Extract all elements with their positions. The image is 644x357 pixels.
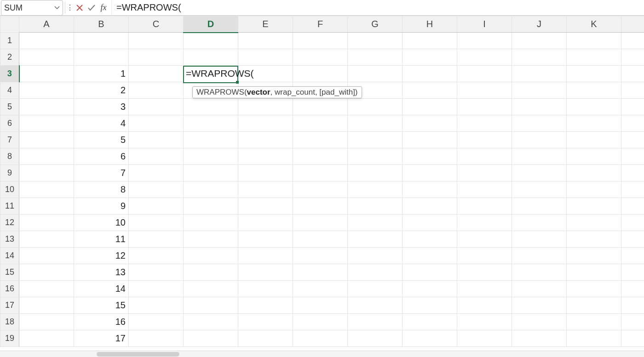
cell-C10[interactable] [129,181,184,198]
cell-C7[interactable] [129,132,184,148]
cell-C15[interactable] [129,264,184,281]
cell-J9[interactable] [512,165,567,181]
cell-J2[interactable] [512,49,567,66]
cell-F2[interactable] [293,49,348,66]
cell-F12[interactable] [293,215,348,231]
row-header-9[interactable]: 9 [0,165,19,181]
cell-E7[interactable] [238,132,293,148]
column-header-G[interactable]: G [348,16,402,33]
cell-G7[interactable] [348,132,402,148]
cell-partial-3[interactable] [621,66,644,82]
cell-G17[interactable] [348,297,402,314]
column-header-F[interactable]: F [293,16,348,33]
column-header-D[interactable]: D [184,16,238,33]
cell-F8[interactable] [293,148,348,165]
cell-A18[interactable] [19,314,74,330]
cell-E14[interactable] [238,248,293,264]
cell-B11[interactable]: 9 [74,198,129,215]
cell-E2[interactable] [238,49,293,66]
cell-B13[interactable]: 11 [74,231,129,248]
cell-C3[interactable] [129,66,184,82]
cell-K9[interactable] [567,165,621,181]
accept-button[interactable] [86,0,98,15]
name-box[interactable]: SUM [1,0,63,16]
cell-H9[interactable] [402,165,457,181]
cell-J17[interactable] [512,297,567,314]
cell-D10[interactable] [184,181,238,198]
cell-D15[interactable] [184,264,238,281]
cell-B6[interactable]: 4 [74,115,129,132]
horizontal-scrollbar[interactable] [0,351,644,357]
cell-partial-19[interactable] [621,330,644,347]
formula-input[interactable]: =WRAPROWS( [111,0,644,15]
cell-A6[interactable] [19,115,74,132]
cell-H7[interactable] [402,132,457,148]
cell-I14[interactable] [457,248,512,264]
cell-A12[interactable] [19,215,74,231]
cell-F18[interactable] [293,314,348,330]
cell-A8[interactable] [19,148,74,165]
cell-I8[interactable] [457,148,512,165]
spreadsheet-grid[interactable]: ABCDEFGHIJK 1231425364758697108119121013… [0,16,644,351]
cell-partial-10[interactable] [621,181,644,198]
cell-C14[interactable] [129,248,184,264]
cell-K3[interactable] [567,66,621,82]
cell-A7[interactable] [19,132,74,148]
cell-F11[interactable] [293,198,348,215]
cell-J3[interactable] [512,66,567,82]
cell-G1[interactable] [348,33,402,49]
cell-E10[interactable] [238,181,293,198]
cell-F16[interactable] [293,281,348,297]
cell-G15[interactable] [348,264,402,281]
cell-G11[interactable] [348,198,402,215]
cell-partial-6[interactable] [621,115,644,132]
row-header-11[interactable]: 11 [0,198,19,215]
cell-A3[interactable] [19,66,74,82]
cell-H17[interactable] [402,297,457,314]
column-header-J[interactable]: J [512,16,567,33]
cell-partial-13[interactable] [621,231,644,248]
active-cell-editor[interactable]: =WRAPROWS( [183,66,238,83]
cell-B18[interactable]: 16 [74,314,129,330]
cell-A13[interactable] [19,231,74,248]
column-header-B[interactable]: B [74,16,129,33]
cell-J18[interactable] [512,314,567,330]
cell-C17[interactable] [129,297,184,314]
cell-I16[interactable] [457,281,512,297]
cell-A9[interactable] [19,165,74,181]
cell-partial-5[interactable] [621,99,644,115]
cell-F9[interactable] [293,165,348,181]
cell-A14[interactable] [19,248,74,264]
cell-C11[interactable] [129,198,184,215]
row-header-12[interactable]: 12 [0,215,19,231]
cell-A17[interactable] [19,297,74,314]
cell-I17[interactable] [457,297,512,314]
row-header-6[interactable]: 6 [0,115,19,132]
cell-J12[interactable] [512,215,567,231]
cell-H6[interactable] [402,115,457,132]
cell-G19[interactable] [348,330,402,347]
cell-C1[interactable] [129,33,184,49]
cell-I4[interactable] [457,82,512,99]
cell-K14[interactable] [567,248,621,264]
cell-G13[interactable] [348,231,402,248]
cell-partial-9[interactable] [621,165,644,181]
row-header-19[interactable]: 19 [0,330,19,347]
cell-D5[interactable] [184,99,238,115]
cell-K15[interactable] [567,264,621,281]
cell-J10[interactable] [512,181,567,198]
more-icon[interactable]: ⋮ [66,0,74,15]
cell-K18[interactable] [567,314,621,330]
row-header-7[interactable]: 7 [0,132,19,148]
cell-D2[interactable] [184,49,238,66]
scrollbar-thumb[interactable] [97,352,179,357]
cancel-button[interactable] [74,0,86,15]
cell-B7[interactable]: 5 [74,132,129,148]
cell-H8[interactable] [402,148,457,165]
cell-D17[interactable] [184,297,238,314]
cell-C8[interactable] [129,148,184,165]
cell-I15[interactable] [457,264,512,281]
cell-J4[interactable] [512,82,567,99]
cell-I1[interactable] [457,33,512,49]
cell-C19[interactable] [129,330,184,347]
